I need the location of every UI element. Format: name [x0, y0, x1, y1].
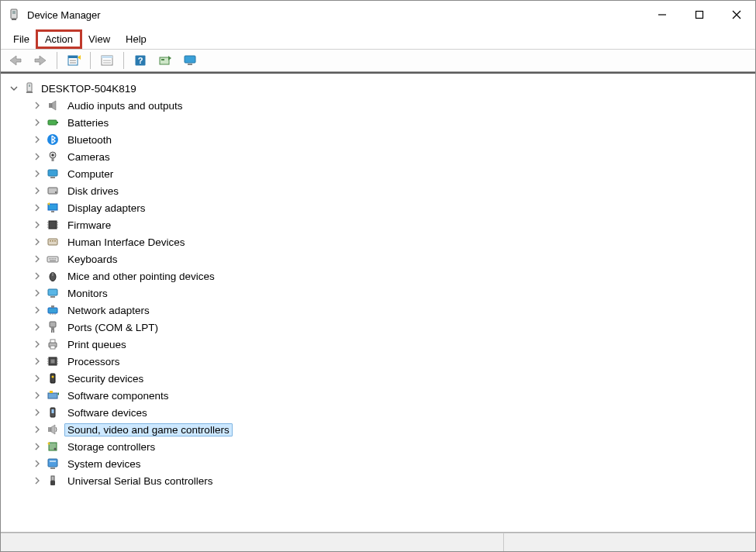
tree-category[interactable]: Print queues — [32, 336, 755, 353]
chevron-right-icon[interactable] — [32, 117, 43, 128]
tree-category[interactable]: Universal Serial Bus controllers — [32, 472, 755, 489]
toolbar-help-button[interactable]: ? — [130, 51, 150, 70]
chevron-right-icon[interactable] — [32, 424, 43, 435]
chevron-down-icon[interactable] — [9, 83, 19, 94]
tree-category[interactable]: Human Interface Devices — [32, 233, 755, 250]
chevron-right-icon[interactable] — [32, 373, 43, 384]
tree-root[interactable]: DESKTOP-504K819 — [9, 80, 755, 97]
tree-category-label: Security devices — [64, 372, 147, 385]
tree-category[interactable]: Software components — [32, 387, 755, 404]
tree-category[interactable]: Mice and other pointing devices — [32, 267, 755, 285]
toolbar-back-button[interactable] — [5, 51, 26, 70]
chevron-right-icon[interactable] — [32, 339, 43, 350]
toolbar: ? — [1, 49, 755, 72]
processor-icon — [46, 354, 60, 368]
chevron-right-icon[interactable] — [32, 271, 43, 281]
toolbar-scan-button[interactable] — [155, 51, 175, 70]
svg-rect-23 — [27, 83, 32, 91]
svg-rect-19 — [161, 59, 164, 60]
tree-category[interactable]: Processors — [32, 353, 755, 370]
minimize-button[interactable] — [644, 1, 681, 29]
chevron-right-icon[interactable] — [32, 202, 43, 213]
chevron-right-icon[interactable] — [32, 390, 43, 401]
svg-marker-11 — [78, 55, 81, 60]
svg-rect-21 — [185, 56, 195, 63]
display-adapter-icon — [46, 201, 60, 215]
svg-rect-24 — [29, 85, 30, 87]
bluetooth-icon — [46, 133, 60, 147]
firmware-icon — [46, 218, 60, 232]
menu-file[interactable]: File — [5, 31, 37, 47]
tree-category[interactable]: Display adapters — [32, 199, 755, 216]
chevron-right-icon[interactable] — [32, 151, 43, 162]
tree-category[interactable]: Batteries — [32, 114, 755, 131]
tree-category[interactable]: Security devices — [32, 370, 755, 387]
tree-category[interactable]: Network adapters — [32, 302, 755, 319]
tree-category-label: Computer — [64, 167, 116, 181]
tree-category[interactable]: Storage controllers — [32, 438, 755, 455]
menu-action[interactable]: Action — [37, 31, 81, 47]
chevron-right-icon[interactable] — [32, 458, 43, 469]
menu-view[interactable]: View — [81, 31, 118, 47]
toolbar-monitor-button[interactable] — [180, 51, 200, 70]
monitor-device-icon — [46, 286, 60, 300]
tree-category[interactable]: Software devices — [32, 404, 755, 421]
tree-category-label: Software devices — [64, 406, 150, 419]
chevron-right-icon[interactable] — [32, 254, 43, 264]
tree-category-label: System devices — [64, 457, 144, 471]
app-icon — [7, 8, 21, 22]
software-component-icon — [46, 388, 60, 402]
chevron-right-icon[interactable] — [32, 100, 43, 111]
chevron-right-icon[interactable] — [32, 134, 43, 145]
tree-category[interactable]: Cameras — [32, 148, 755, 165]
svg-rect-25 — [26, 91, 33, 93]
disk-icon — [46, 184, 60, 198]
toolbar-details-button[interactable] — [97, 51, 117, 70]
camera-icon — [46, 150, 60, 164]
tree-category[interactable]: Keyboards — [32, 250, 755, 267]
tree-category-label: Storage controllers — [64, 440, 158, 454]
tree-category[interactable]: Bluetooth — [32, 131, 755, 148]
chevron-right-icon[interactable] — [32, 185, 43, 196]
computer-root-icon — [22, 81, 36, 95]
chevron-right-icon[interactable] — [32, 356, 43, 367]
svg-rect-22 — [188, 64, 192, 65]
chevron-right-icon[interactable] — [32, 407, 43, 418]
tree-category[interactable]: Ports (COM & LPT) — [32, 319, 755, 336]
chevron-right-icon[interactable] — [32, 236, 43, 247]
tree-panel[interactable]: DESKTOP-504K819 Audio inputs and outputs… — [1, 72, 755, 533]
tree-category[interactable]: Computer — [32, 165, 755, 182]
battery-icon — [46, 116, 60, 129]
chevron-right-icon[interactable] — [32, 441, 43, 452]
network-icon — [46, 303, 60, 317]
titlebar: Device Manager — [1, 1, 755, 29]
toolbar-forward-button[interactable] — [30, 51, 50, 70]
svg-rect-8 — [68, 56, 78, 58]
menubar: File Action View Help — [1, 29, 755, 49]
tree-category[interactable]: Audio inputs and outputs — [32, 97, 755, 114]
close-button[interactable] — [718, 1, 755, 29]
system-icon — [46, 457, 60, 471]
chevron-right-icon[interactable] — [32, 168, 43, 179]
chevron-right-icon[interactable] — [32, 475, 43, 486]
chevron-right-icon[interactable] — [32, 219, 43, 230]
chevron-right-icon[interactable] — [32, 288, 43, 298]
software-device-icon — [46, 405, 60, 419]
chevron-right-icon[interactable] — [32, 305, 43, 316]
svg-text:?: ? — [138, 56, 143, 65]
tree-category[interactable]: Monitors — [32, 285, 755, 302]
storage-icon — [46, 440, 60, 454]
chevron-right-icon[interactable] — [32, 322, 43, 333]
tree-category[interactable]: Sound, video and game controllers — [32, 421, 755, 438]
tree-category[interactable]: System devices — [32, 455, 755, 472]
tree-category-label: Mice and other pointing devices — [64, 270, 218, 283]
svg-rect-1 — [12, 11, 16, 14]
tree-category[interactable]: Disk drives — [32, 182, 755, 199]
device-tree: DESKTOP-504K819 Audio inputs and outputs… — [1, 75, 755, 494]
tree-category-label: Human Interface Devices — [64, 236, 188, 249]
toolbar-properties-button[interactable] — [64, 51, 84, 70]
tree-category[interactable]: Firmware — [32, 216, 755, 233]
maximize-button[interactable] — [681, 1, 718, 29]
menu-help[interactable]: Help — [118, 31, 154, 47]
tree-category-label: Sound, video and game controllers — [64, 423, 233, 436]
